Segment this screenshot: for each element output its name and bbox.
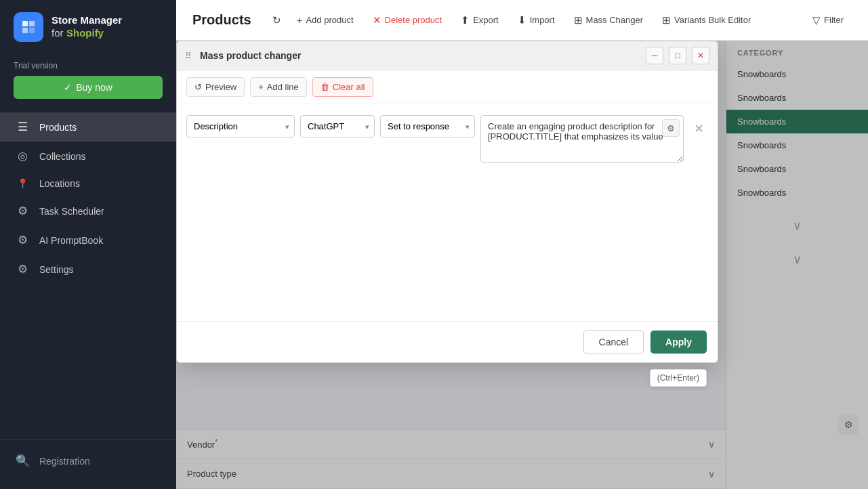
preview-button[interactable]: ↺ Preview (186, 77, 245, 97)
apply-tooltip: (Ctrl+Enter) (650, 369, 707, 387)
rule-textarea[interactable]: Create an engaging product description f… (480, 115, 684, 163)
maximize-icon: □ (675, 51, 680, 60)
modal-titlebar: ⠿ Mass product changer ─ □ ✕ (177, 41, 718, 70)
topbar-actions: ↻ + Add product ✕ Delete product ⬆ Expor… (268, 9, 852, 31)
filter-icon: ▽ (812, 14, 821, 26)
mass-changer-button[interactable]: ⊞ Mass Changer (566, 9, 652, 31)
chatgpt-settings-button[interactable]: ⚙ (662, 119, 680, 137)
add-product-button[interactable]: + Add product (289, 9, 362, 30)
variants-label: Variants Bulk Editor (674, 15, 751, 25)
ai-promptbook-icon: ⚙ (15, 233, 30, 247)
method-select-wrap: ChatGPT Manual Formula (300, 115, 375, 137)
sidebar-item-settings[interactable]: ⚙ Settings (0, 255, 176, 284)
export-button[interactable]: ⬆ Export (453, 9, 507, 31)
content-area: CATEGORY Snowboards Snowboards Snowboard… (176, 41, 868, 489)
variants-icon: ⊞ (662, 14, 671, 26)
topbar: Products ↻ + Add product ✕ Delete produc… (176, 0, 868, 41)
mass-product-changer-modal: ⠿ Mass product changer ─ □ ✕ ↺ (176, 41, 718, 363)
drag-handle-icon: ⠿ (185, 51, 192, 61)
add-line-label: Add line (267, 82, 299, 92)
add-line-button[interactable]: + Add line (250, 77, 307, 97)
remove-icon: ✕ (694, 121, 704, 136)
main-area: Products ↻ + Add product ✕ Delete produc… (176, 0, 868, 489)
nav-bottom: 🔍 Registration (0, 439, 176, 489)
import-label: Import (530, 15, 555, 25)
rule-remove-button[interactable]: ✕ (689, 119, 708, 138)
trial-label: Trial version (14, 61, 163, 70)
products-icon: ☰ (15, 120, 30, 134)
minimize-icon: ─ (652, 51, 658, 60)
settings-icon: ⚙ (15, 262, 30, 276)
delete-icon: ✕ (373, 14, 381, 26)
preview-icon: ↺ (194, 82, 202, 92)
rule-textarea-wrap: Create an engaging product description f… (480, 115, 684, 165)
buy-now-icon: ✓ (64, 82, 72, 93)
cancel-button[interactable]: Cancel (583, 330, 644, 354)
export-icon: ⬆ (461, 14, 470, 26)
sidebar-item-label-registration: Registration (39, 456, 90, 467)
clear-all-icon: 🗑 (321, 82, 329, 92)
logo-store-manager: Store Manager (51, 14, 122, 27)
apply-button[interactable]: Apply (650, 331, 707, 354)
filter-label: Filter (824, 15, 844, 25)
modal-close-button[interactable]: ✕ (692, 47, 709, 64)
close-icon: ✕ (697, 51, 704, 60)
sidebar-item-ai-promptbook[interactable]: ⚙ AI PromptBook (0, 226, 176, 255)
delete-product-label: Delete product (385, 15, 442, 25)
buy-now-label: Buy now (76, 82, 112, 93)
modal-minimize-button[interactable]: ─ (646, 47, 663, 64)
modal-footer: Cancel Apply (Ctrl+Enter) (177, 321, 718, 362)
sidebar-item-label-locations: Locations (39, 178, 80, 189)
filter-button[interactable]: ▽ Filter (804, 9, 852, 31)
import-button[interactable]: ⬇ Import (510, 9, 563, 31)
buy-now-button[interactable]: ✓ Buy now (14, 76, 163, 99)
sidebar-item-products[interactable]: ☰ Products (0, 112, 176, 142)
svg-rect-2 (22, 28, 28, 33)
gear-icon: ⚙ (667, 123, 675, 133)
logo-icon (14, 12, 43, 42)
clear-all-button[interactable]: 🗑 Clear all (312, 77, 373, 97)
sidebar-item-label-products: Products (39, 122, 77, 133)
delete-product-button[interactable]: ✕ Delete product (365, 9, 451, 31)
trial-section: Trial version ✓ Buy now (0, 54, 176, 108)
modal-body: Description Title Price Vendor Tags Chat… (177, 104, 718, 321)
modal-overlay: ⠿ Mass product changer ─ □ ✕ ↺ (176, 41, 868, 489)
page-title: Products (192, 12, 251, 28)
field-select-wrap: Description Title Price Vendor Tags (186, 115, 295, 137)
add-icon: + (297, 14, 303, 26)
export-label: Export (473, 15, 499, 25)
refresh-button[interactable]: ↻ (268, 9, 286, 31)
sidebar-item-label-collections: Collections (39, 151, 85, 162)
add-line-icon: + (258, 82, 264, 92)
refresh-icon: ↻ (272, 14, 281, 26)
variants-bulk-editor-button[interactable]: ⊞ Variants Bulk Editor (654, 9, 759, 31)
sidebar-item-registration[interactable]: 🔍 Registration (0, 446, 176, 475)
modal-title: Mass product changer (200, 50, 640, 61)
logo-for: for (51, 27, 64, 39)
modal-maximize-button[interactable]: □ (669, 47, 686, 64)
logo-text: Store Manager for Shopify (51, 14, 122, 41)
logo-shopify: Shopify (66, 27, 104, 39)
preview-label: Preview (205, 82, 236, 92)
sidebar-item-locations[interactable]: 📍 Locations (0, 171, 176, 196)
mass-changer-icon: ⊞ (574, 14, 583, 26)
app-logo: Store Manager for Shopify (0, 0, 176, 54)
method-select[interactable]: ChatGPT Manual Formula (300, 115, 375, 137)
sidebar-item-task-scheduler[interactable]: ⚙ Task Scheduler (0, 196, 176, 226)
svg-rect-0 (22, 21, 28, 26)
registration-icon: 🔍 (15, 454, 30, 468)
add-product-label: Add product (306, 15, 353, 25)
collections-icon: ◎ (15, 149, 30, 163)
svg-rect-1 (29, 21, 35, 26)
mass-changer-label: Mass Changer (586, 15, 644, 25)
svg-rect-3 (29, 28, 35, 33)
sidebar-item-collections[interactable]: ◎ Collections (0, 142, 176, 171)
field-select[interactable]: Description Title Price Vendor Tags (186, 115, 295, 137)
task-scheduler-icon: ⚙ (15, 204, 30, 218)
rule-row: Description Title Price Vendor Tags Chat… (186, 115, 708, 165)
clear-all-label: Clear all (333, 82, 365, 92)
locations-icon: 📍 (15, 178, 30, 189)
modal-toolbar: ↺ Preview + Add line 🗑 Clear all (177, 70, 718, 104)
sidebar: Store Manager for Shopify Trial version … (0, 0, 176, 489)
action-select[interactable]: Set to response Prepend Append (380, 115, 475, 137)
